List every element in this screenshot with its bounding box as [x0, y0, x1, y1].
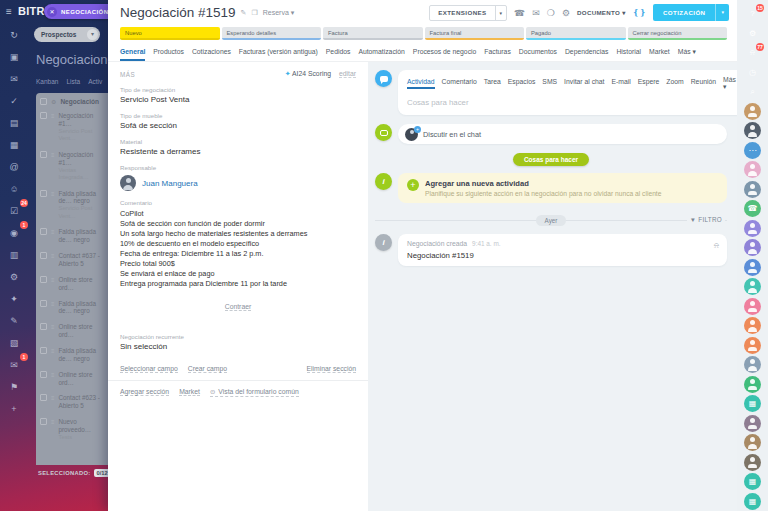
deal-tab[interactable]: Historial: [616, 44, 641, 61]
column-settings-icon[interactable]: ⚙: [51, 98, 56, 105]
rail-icon[interactable]: ✦: [3, 288, 25, 309]
rail-icon[interactable]: ▥: [3, 244, 25, 265]
deal-tab[interactable]: Market: [649, 44, 670, 61]
table-row[interactable]: ≡ Contact #637 - Abierto 5: [40, 252, 108, 268]
deal-tab[interactable]: Productos: [153, 44, 184, 61]
row-checkbox[interactable]: [40, 276, 47, 283]
stage-chip[interactable]: Pagado: [526, 27, 626, 40]
phone-icon[interactable]: ☎: [514, 8, 525, 18]
add-activity-card[interactable]: + Agregar una nueva actividad Planifique…: [398, 173, 727, 203]
table-row[interactable]: ≡ Online store ord…: [40, 276, 108, 292]
stage-chip[interactable]: Factura: [323, 27, 423, 40]
composer-tab[interactable]: Espere: [638, 78, 660, 89]
rail-icon[interactable]: ✉: [3, 68, 25, 89]
rail-chat-item[interactable]: ▦: [744, 473, 761, 490]
drag-handle-icon[interactable]: ≡: [51, 112, 55, 143]
row-checkbox[interactable]: [40, 418, 47, 425]
quote-button[interactable]: COTIZACIÓN ▾: [653, 4, 729, 21]
rail-icon[interactable]: ⚙: [3, 266, 25, 287]
funnel-selector[interactable]: Prospectos ▾: [34, 27, 100, 42]
deal-tab[interactable]: Procesos de negocio: [413, 44, 476, 61]
rail-chat-item[interactable]: [744, 161, 761, 178]
rail-chat-item[interactable]: [744, 122, 761, 139]
pin-bell-icon[interactable]: ⍾: [714, 241, 719, 251]
row-checkbox[interactable]: [40, 300, 47, 307]
edit-title-icon[interactable]: ✎: [241, 9, 247, 17]
rail-chat-item[interactable]: ? 15: [744, 5, 761, 22]
table-row[interactable]: ≡ Negociación #1… Ventas Integrada…: [40, 151, 108, 182]
hamburger-menu-icon[interactable]: ≡: [0, 6, 18, 17]
drag-handle-icon[interactable]: ≡: [51, 151, 55, 182]
edit-section-link[interactable]: editar: [339, 70, 356, 78]
table-row[interactable]: ≡ Falda plisada de… negro: [40, 347, 108, 363]
composer-tab[interactable]: E-mail: [612, 78, 631, 89]
composer-tab[interactable]: Tarea: [484, 78, 501, 89]
deal-tab[interactable]: Cotizaciones: [192, 44, 231, 61]
collapse-link[interactable]: Contraer: [225, 303, 251, 311]
rail-chat-item[interactable]: [744, 259, 761, 276]
rail-chat-item[interactable]: ▦: [744, 493, 761, 510]
rail-chat-item[interactable]: ◷: [744, 64, 761, 81]
plus-icon[interactable]: +: [407, 179, 419, 191]
rail-chat-item[interactable]: [744, 220, 761, 237]
rail-icon[interactable]: ✉ 1: [3, 354, 25, 375]
deal-tab[interactable]: Dependencias: [565, 44, 608, 61]
rail-chat-item[interactable]: [744, 376, 761, 393]
rail-icon[interactable]: ◉ 1: [3, 222, 25, 243]
row-checkbox[interactable]: [40, 347, 47, 354]
rail-chat-item[interactable]: ⋯: [744, 142, 761, 159]
market-link[interactable]: Market: [179, 388, 200, 396]
rail-icon[interactable]: ✎: [3, 310, 25, 331]
rail-icon[interactable]: ☺: [3, 178, 25, 199]
rail-chat-item[interactable]: ▦: [744, 395, 761, 412]
add-section-link[interactable]: Agregar sección: [120, 388, 169, 396]
stage-chip[interactable]: Nuevo: [120, 27, 220, 40]
form-field[interactable]: Material Resistente a derrames: [120, 138, 356, 156]
rail-icon[interactable]: +: [3, 398, 25, 419]
rail-icon[interactable]: ▤: [3, 112, 25, 133]
row-checkbox[interactable]: [40, 112, 47, 119]
rail-icon[interactable]: ▧: [3, 332, 25, 353]
deal-tab[interactable]: Facturas (versión antigua): [239, 44, 318, 61]
rail-chat-item[interactable]: [744, 298, 761, 315]
table-row[interactable]: ≡ Falda plisada de… negro Servicio Post …: [40, 190, 108, 221]
select-all-checkbox[interactable]: [40, 98, 47, 105]
row-checkbox[interactable]: [40, 151, 47, 158]
rail-chat-item[interactable]: [744, 239, 761, 256]
rail-chat-item[interactable]: [744, 103, 761, 120]
rail-chat-item[interactable]: [744, 181, 761, 198]
quote-chevron-icon[interactable]: ▾: [715, 4, 729, 21]
recurring-field[interactable]: Negociación recurrente Sin selección: [120, 333, 356, 351]
rail-chat-item[interactable]: ☎: [744, 200, 761, 217]
drag-handle-icon[interactable]: ≡: [51, 418, 55, 441]
drag-handle-icon[interactable]: ≡: [51, 394, 55, 410]
rail-chat-item[interactable]: ⌕: [744, 83, 761, 100]
drag-handle-icon[interactable]: ≡: [51, 323, 55, 339]
table-row[interactable]: ≡ Negociación #1… Servicio Post Vent…: [40, 112, 108, 143]
responsible-link[interactable]: Juan Manguera: [142, 179, 198, 188]
rail-chat-item[interactable]: ⚙: [744, 25, 761, 42]
copy-link-icon[interactable]: ❐: [251, 9, 257, 17]
composer-tab[interactable]: Espacios: [508, 78, 536, 89]
rail-icon[interactable]: ✓: [3, 90, 25, 111]
drag-handle-icon[interactable]: ≡: [51, 190, 55, 221]
todo-input[interactable]: [407, 98, 736, 107]
close-icon[interactable]: ✕: [47, 7, 57, 17]
form-field[interactable]: Tipo de mueble Sofá de sección: [120, 112, 356, 130]
filter-button[interactable]: ▼ FILTRO: [687, 214, 725, 225]
rail-chat-item[interactable]: [744, 454, 761, 471]
drag-handle-icon[interactable]: ≡: [51, 228, 55, 244]
drag-handle-icon[interactable]: ≡: [51, 252, 55, 268]
deal-tab[interactable]: Pedidos: [326, 44, 351, 61]
deal-tab[interactable]: Más ▾: [678, 44, 696, 61]
composer-tab[interactable]: Reunión: [691, 78, 716, 89]
drag-handle-icon[interactable]: ≡: [51, 347, 55, 363]
stage-chip[interactable]: Cerrar negociación: [628, 27, 728, 40]
view-tab[interactable]: Activ: [88, 78, 102, 85]
rail-chat-item[interactable]: [744, 317, 761, 334]
ai-scoring-link[interactable]: ✦ AI24 Scoring: [285, 70, 331, 78]
day-pill[interactable]: Ayer: [536, 215, 567, 226]
select-field-link[interactable]: Seleccionar campo: [120, 365, 178, 373]
rail-chat-item[interactable]: [744, 434, 761, 451]
create-field-link[interactable]: Crear campo: [188, 365, 227, 373]
